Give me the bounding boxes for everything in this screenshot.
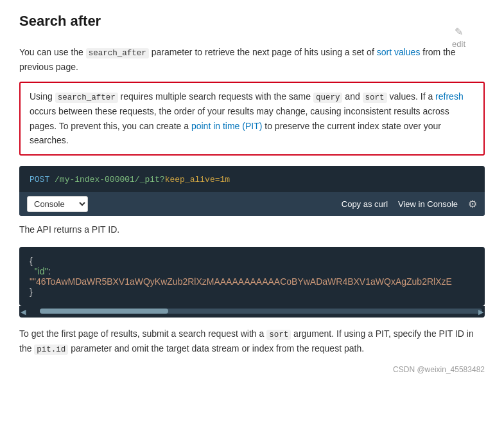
pit-id-code: pit.id [34,345,68,355]
api-note: The API returns a PIT ID. [19,222,485,237]
code-block-1: POST /my-index-000001/_pit?keep_alive=1m… [19,166,485,216]
edit-icon: ✎ [455,26,463,38]
search-after-code-warning: search_after [55,93,118,103]
code-param-val: 1m [220,175,230,184]
gear-icon[interactable]: ⚙ [468,198,477,210]
json-line-1: { [30,256,474,266]
code-toolbar: Console cURL JavaScript Python Copy as c… [19,192,485,216]
console-select[interactable]: Console cURL JavaScript Python [27,196,88,212]
toolbar-actions: Copy as curl View in Console ⚙ [342,198,477,210]
view-in-console-button[interactable]: View in Console [398,199,458,209]
json-line-2: "id": ""46ToAwMDaWR5BXV1aWQyKwZub2RlXzMA… [30,266,474,287]
code-param-sep: = [215,175,220,184]
http-method: POST [30,175,49,184]
page-title: Search after [19,13,101,30]
code-param-key: keep_alive [165,175,215,184]
pit-link[interactable]: point in time (PIT) [191,121,262,131]
refresh-link[interactable]: refresh [435,91,464,102]
code-path: /my-index-000001/_pit? [55,175,165,184]
edit-link[interactable]: ✎ edit [452,26,465,49]
json-block: { "id": ""46ToAwMDaWR5BXV1aWQyKwZub2RlXz… [19,247,485,306]
code-block-1-content: POST /my-index-000001/_pit?keep_alive=1m [19,166,485,192]
bottom-paragraph: To get the first page of results, submit… [19,327,485,356]
scroll-right-arrow[interactable]: ▶ [478,308,483,316]
sort-values-link[interactable]: sort values [377,47,421,57]
sort-code-bottom: sort [266,330,291,340]
scroll-left-arrow[interactable]: ◀ [21,308,26,316]
scrollbar-container: ◀ ▶ [19,306,485,318]
edit-label: edit [452,39,465,49]
scrollbar-thumb[interactable] [40,309,168,314]
sort-code: sort [363,93,387,103]
search-after-code-1: search_after [86,48,149,58]
json-line-3: } [30,287,474,297]
scrollbar-track[interactable] [40,309,482,314]
copy-as-curl-button[interactable]: Copy as curl [342,199,388,209]
watermark: CSDN @weixin_45583482 [19,364,485,376]
json-content: { "id": ""46ToAwMDaWR5BXV1aWQyKwZub2RlXz… [19,247,485,306]
intro-paragraph: You can use the search_after parameter t… [19,45,485,74]
warning-box: Using search_after requires multiple sea… [19,82,485,155]
query-code: query [313,93,343,103]
